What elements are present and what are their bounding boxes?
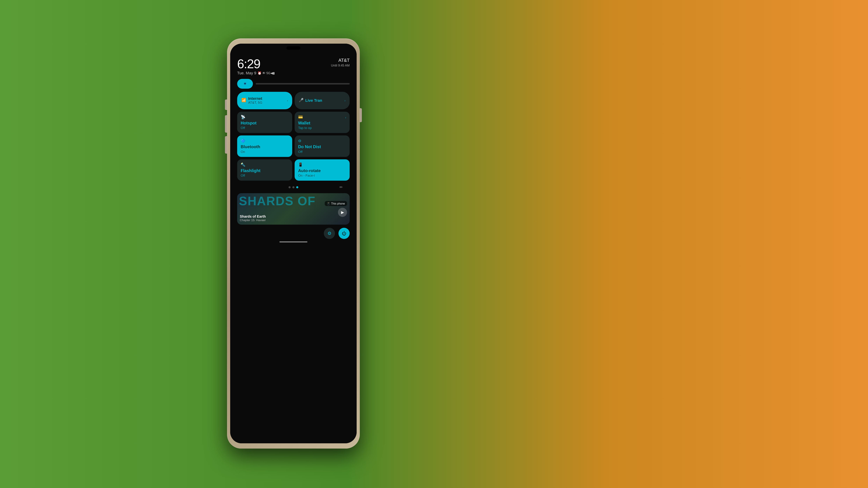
dnd-header: ⊖ bbox=[298, 138, 346, 144]
wallet-header: 💳 › bbox=[298, 115, 346, 120]
status-bar: 6:29 Tue. May 9 ⏰ 👁 5G◀▮ AT&T Until 9:45… bbox=[237, 54, 350, 75]
flashlight-rotate-row: 🔦 Flashlight Off 📱 Auto-rotate On - Face… bbox=[237, 159, 350, 181]
bottom-controls: ⚙ ⏻ bbox=[237, 228, 350, 239]
media-chapter: Chapter 15: Havaer bbox=[240, 219, 266, 222]
edit-icon[interactable]: ✏ bbox=[340, 185, 343, 190]
time-block: 6:29 Tue. May 9 ⏰ 👁 5G◀▮ bbox=[237, 58, 275, 75]
live-translate-tile[interactable]: 🎤 Live Tran › bbox=[294, 92, 350, 109]
carrier-block: AT&T Until 9:45 AM bbox=[331, 58, 350, 67]
hotspot-header: 📡 bbox=[241, 115, 289, 120]
flashlight-state: Off bbox=[241, 174, 289, 177]
internet-icon: 📶 bbox=[241, 98, 246, 102]
home-indicator[interactable] bbox=[279, 241, 307, 242]
internet-tile-left: 📶 Internet AT&T, 5G bbox=[241, 97, 262, 104]
internet-tile[interactable]: 📶 Internet AT&T, 5G › bbox=[237, 92, 292, 109]
shards-title: SHARDS OF bbox=[239, 195, 327, 207]
media-controls: 📱 This phone ▶ bbox=[325, 201, 347, 217]
status-icons: ⏰ 👁 5G◀▮ bbox=[258, 71, 275, 75]
settings-button[interactable]: ⚙ bbox=[324, 228, 335, 239]
volume-up-button[interactable] bbox=[225, 115, 227, 133]
brightness-toggle[interactable]: ☀ bbox=[237, 79, 253, 89]
live-translate-label: Live Tran bbox=[305, 98, 322, 103]
internet-translate-row: 📶 Internet AT&T, 5G › 🎤 Live Tran bbox=[237, 92, 350, 109]
internet-label: Internet bbox=[248, 97, 262, 101]
dot-2 bbox=[292, 186, 294, 188]
translate-chevron: › bbox=[344, 99, 345, 102]
carrier-name: AT&T bbox=[331, 58, 350, 63]
live-translate-left: 🎤 Live Tran bbox=[299, 98, 322, 103]
media-book-title: Shards of Earth bbox=[240, 215, 266, 219]
phone-badge-icon: 📱 bbox=[327, 202, 330, 205]
hotspot-label: Hotspot bbox=[241, 121, 289, 125]
bluetooth-dnd-row: 🔷 Bluetooth On ⊖ Do Not Dist Off bbox=[237, 135, 350, 157]
auto-rotate-state: On - Face-l bbox=[298, 174, 346, 177]
silent-switch[interactable] bbox=[225, 99, 227, 110]
wallet-state: Tap to op bbox=[298, 126, 346, 130]
time-display: 6:29 bbox=[237, 58, 275, 70]
brightness-icon: ☀ bbox=[243, 82, 247, 86]
pagination-row: ✏ bbox=[237, 185, 350, 190]
hotspot-state: Off bbox=[241, 126, 289, 130]
hotspot-tile[interactable]: 📡 Hotspot Off bbox=[237, 112, 292, 133]
flashlight-header: 🔦 bbox=[241, 162, 289, 168]
dnd-state: Off bbox=[298, 150, 346, 154]
wallet-label: Wallet bbox=[298, 121, 346, 125]
phone-screen: 6:29 Tue. May 9 ⏰ 👁 5G◀▮ AT&T Until 9:45… bbox=[230, 44, 356, 443]
dot-1 bbox=[288, 186, 290, 188]
this-phone-badge: 📱 This phone bbox=[325, 201, 347, 206]
settings-icon: ⚙ bbox=[328, 231, 332, 236]
date-text: Tue. May 9 bbox=[237, 71, 256, 75]
translate-icon: 🎤 bbox=[299, 98, 304, 102]
phone-frame: 6:29 Tue. May 9 ⏰ 👁 5G◀▮ AT&T Until 9:45… bbox=[227, 38, 360, 449]
bluetooth-icon: 🔷 bbox=[241, 138, 245, 143]
bluetooth-label: Bluetooth bbox=[241, 144, 289, 149]
auto-rotate-header: 📱 bbox=[298, 162, 346, 168]
wallet-chevron: › bbox=[345, 116, 346, 119]
bluetooth-state: On bbox=[241, 150, 289, 154]
until-text: Until 9:45 AM bbox=[331, 64, 350, 67]
flashlight-icon: 🔦 bbox=[241, 162, 245, 167]
volume-down-button[interactable] bbox=[225, 136, 227, 154]
internet-info: Internet AT&T, 5G bbox=[248, 97, 262, 104]
pagination-dots bbox=[288, 186, 298, 188]
wallet-tile[interactable]: 💳 › Wallet Tap to op bbox=[294, 112, 350, 133]
play-button[interactable]: ▶ bbox=[338, 208, 347, 217]
hotspot-icon: 📡 bbox=[241, 115, 245, 119]
flashlight-tile[interactable]: 🔦 Flashlight Off bbox=[237, 159, 292, 181]
brightness-row: ☀ bbox=[237, 79, 350, 89]
internet-chevron: › bbox=[287, 99, 288, 102]
power-side-button[interactable] bbox=[360, 108, 362, 122]
power-button[interactable]: ⏻ bbox=[338, 228, 350, 239]
media-title-art: SHARDS OF bbox=[239, 195, 327, 207]
flashlight-label: Flashlight bbox=[241, 168, 289, 173]
bluetooth-tile[interactable]: 🔷 Bluetooth On bbox=[237, 135, 292, 157]
screen-content: 6:29 Tue. May 9 ⏰ 👁 5G◀▮ AT&T Until 9:45… bbox=[230, 44, 356, 443]
power-icon: ⏻ bbox=[342, 231, 346, 236]
auto-rotate-tile[interactable]: 📱 Auto-rotate On - Face-l bbox=[294, 159, 350, 181]
dnd-label: Do Not Dist bbox=[298, 144, 346, 149]
auto-rotate-icon: 📱 bbox=[298, 162, 303, 167]
auto-rotate-label: Auto-rotate bbox=[298, 168, 346, 173]
media-player[interactable]: SHARDS OF Shards of Earth Chapter 15: Ha… bbox=[237, 193, 350, 225]
wallet-icon: 💳 bbox=[298, 115, 303, 119]
camera-notch bbox=[286, 46, 300, 50]
media-info: Shards of Earth Chapter 15: Havaer bbox=[240, 215, 266, 222]
hotspot-wallet-row: 📡 Hotspot Off 💳 › Wallet Tap to op bbox=[237, 112, 350, 133]
dnd-icon: ⊖ bbox=[298, 138, 301, 143]
bluetooth-header: 🔷 bbox=[241, 138, 289, 144]
dnd-tile[interactable]: ⊖ Do Not Dist Off bbox=[294, 135, 350, 157]
date-line: Tue. May 9 ⏰ 👁 5G◀▮ bbox=[237, 71, 275, 75]
phone-badge-text: This phone bbox=[331, 202, 345, 205]
brightness-slider[interactable] bbox=[256, 83, 350, 85]
scene: 6:29 Tue. May 9 ⏰ 👁 5G◀▮ AT&T Until 9:45… bbox=[0, 0, 868, 488]
dot-3 bbox=[296, 186, 298, 188]
internet-sublabel: AT&T, 5G bbox=[248, 101, 262, 104]
